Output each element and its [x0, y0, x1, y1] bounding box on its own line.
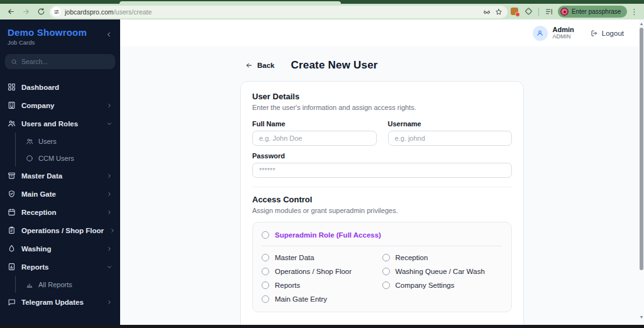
sidebar-collapse-icon[interactable]	[105, 31, 113, 38]
chevron-right-icon	[109, 227, 116, 234]
chevron-down-icon	[106, 264, 113, 270]
extensions-puzzle-icon[interactable]	[522, 6, 535, 18]
access-control-subtitle: Assign modules or grant superadmin privi…	[252, 207, 512, 214]
access-panel: Superadmin Role (Full Access) Master Dat…	[252, 222, 512, 312]
dashboard-grid-icon	[8, 83, 16, 91]
sidebar-item-reception[interactable]: Reception	[0, 203, 120, 221]
sidebar-item-operations-shop-floor[interactable]: Operations / Shop Floor	[0, 221, 120, 239]
user-role: ADMIN	[553, 33, 574, 40]
chevron-right-icon	[106, 191, 113, 197]
back-button[interactable]: Back	[240, 62, 275, 69]
user-details-subtitle: Enter the user's information and assign …	[252, 104, 512, 111]
sidebar-item-reports[interactable]: Reports	[0, 258, 120, 276]
sidebar-item-all-reports[interactable]: All Reports	[16, 276, 120, 293]
chevron-right-icon	[106, 299, 113, 305]
side-panel-icon[interactable]	[543, 6, 555, 18]
forward-nav-icon[interactable]	[19, 6, 32, 18]
search-icon	[11, 58, 18, 65]
user-details-title: User Details	[252, 92, 512, 101]
module-reception[interactable]: Reception	[382, 253, 503, 263]
sidebar-item-company[interactable]: Company	[0, 96, 120, 114]
page-scrollbar[interactable]: ▲ ▼	[639, 19, 644, 325]
sidebar-item-washing[interactable]: Washing	[0, 239, 120, 258]
module-washing-queue-car-wash[interactable]: Washing Queue / Car Wash	[382, 266, 503, 276]
sidebar-search[interactable]	[5, 54, 115, 69]
section-divider	[252, 187, 512, 187]
module-checkbox[interactable]	[262, 268, 269, 275]
sidebar-item-dashboard[interactable]: Dashboard	[0, 78, 120, 96]
sidebar-item-ccm-users[interactable]: CCM Users	[16, 150, 120, 167]
users-and-roles-submenu: Users CCM Users	[15, 133, 120, 167]
logout-button[interactable]: Logout	[591, 30, 624, 37]
enter-passphrase-button[interactable]: Enter passphrase	[558, 6, 627, 18]
logout-icon	[591, 30, 598, 37]
module-checkbox[interactable]	[382, 282, 390, 289]
extension-icon-badge[interactable]	[510, 7, 519, 16]
url-text[interactable]: jobcardspro.com/users/create	[65, 8, 479, 16]
passphrase-status-icon	[560, 8, 569, 16]
superadmin-checkbox-row[interactable]: Superadmin Role (Full Access)	[262, 230, 502, 240]
password-field[interactable]	[252, 163, 512, 178]
active-tab[interactable]	[119, 1, 341, 4]
superadmin-checkbox[interactable]	[262, 231, 269, 239]
reading-mode-icon[interactable]	[483, 8, 491, 16]
address-bar[interactable]: jobcardspro.com/users/create	[50, 6, 508, 18]
password-label: Password	[252, 152, 512, 160]
chevron-right-icon	[106, 102, 113, 109]
sidebar-item-users-and-roles[interactable]: Users and Roles	[0, 114, 120, 133]
sidebar-item-telegram-updates[interactable]: Telegram Updates	[0, 293, 120, 311]
building-icon	[8, 101, 16, 109]
full-name-label: Full Name	[252, 120, 377, 128]
window-edge	[0, 325, 644, 328]
back-nav-icon[interactable]	[4, 6, 17, 18]
module-master-data[interactable]: Master Data	[262, 253, 382, 263]
sidebar-item-main-gate[interactable]: Main Gate	[0, 185, 120, 203]
module-checkbox[interactable]	[262, 254, 269, 261]
access-control-title: Access Control	[252, 195, 512, 204]
chevron-right-icon	[106, 209, 113, 216]
user-menu[interactable]: Admin ADMIN	[533, 26, 574, 41]
modules-grid: Master Data Reception Operations / Shop …	[262, 253, 502, 304]
user-circle-icon	[26, 155, 33, 162]
scroll-up-icon[interactable]: ▲	[639, 21, 644, 26]
module-reports[interactable]: Reports	[262, 280, 382, 290]
module-operations-shop-floor[interactable]: Operations / Shop Floor	[262, 266, 382, 276]
site-info-icon[interactable]	[52, 7, 61, 16]
page-content: Back Create New User User Details Enter …	[120, 46, 644, 325]
scrollbar-thumb[interactable]	[640, 28, 643, 270]
scroll-down-icon[interactable]: ▼	[639, 315, 644, 320]
module-company-settings[interactable]: Company Settings	[382, 280, 503, 290]
module-main-gate-entry[interactable]: Main Gate Entry	[262, 294, 382, 304]
toolbar-divider	[538, 8, 539, 16]
back-arrow-icon	[245, 62, 253, 69]
module-checkbox[interactable]	[262, 282, 269, 289]
panel-divider	[262, 246, 502, 246]
reload-icon[interactable]	[35, 6, 47, 18]
browser-toolbar: jobcardspro.com/users/create Enter passp…	[0, 4, 644, 19]
archive-icon	[8, 172, 16, 180]
chat-icon	[8, 298, 16, 306]
sidebar-item-master-data[interactable]: Master Data	[0, 167, 120, 185]
bookmark-star-icon[interactable]	[495, 8, 502, 16]
browser-menu-icon[interactable]: ⋮	[630, 9, 638, 15]
module-checkbox[interactable]	[262, 295, 269, 303]
user-name: Admin	[553, 26, 574, 33]
full-name-field[interactable]	[252, 131, 377, 146]
chevron-right-icon	[106, 246, 113, 252]
module-checkbox[interactable]	[382, 268, 390, 275]
reports-submenu: All Reports	[15, 276, 120, 293]
brand-title: Demo Showroom	[8, 27, 113, 38]
app-header: Admin ADMIN Logout	[120, 19, 644, 46]
username-field[interactable]	[388, 131, 513, 146]
chevron-down-icon	[106, 121, 113, 127]
clipboard-icon	[8, 226, 16, 234]
search-input[interactable]	[21, 58, 109, 65]
sidebar-item-users[interactable]: Users	[16, 133, 120, 150]
droplet-icon	[8, 244, 16, 253]
sidebar-nav: Dashboard Company Users and Roles Users	[0, 78, 120, 311]
module-checkbox[interactable]	[382, 254, 390, 261]
users-icon	[26, 138, 33, 145]
shield-check-icon	[8, 190, 16, 198]
username-label: Username	[388, 120, 513, 128]
users-icon	[8, 119, 16, 128]
